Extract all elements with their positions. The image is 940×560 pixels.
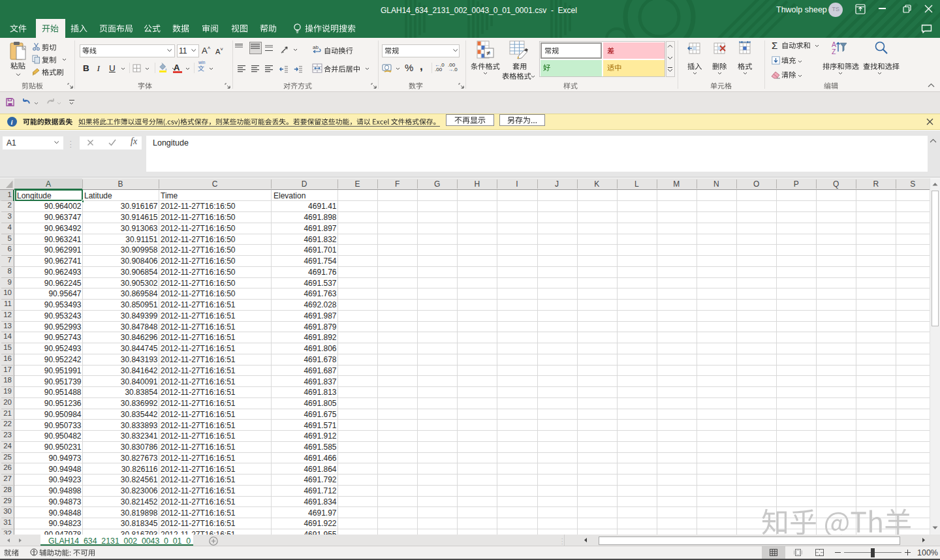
svg-text:A: A <box>832 40 836 48</box>
svg-text:ab: ab <box>313 45 319 50</box>
svg-text:Z: Z <box>832 48 836 55</box>
svg-text:≠: ≠ <box>486 49 490 57</box>
